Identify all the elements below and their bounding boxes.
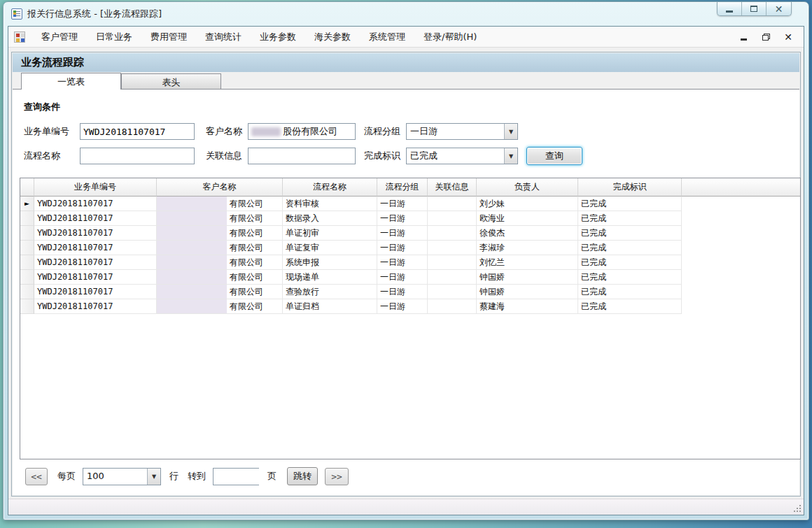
cell-owner: 刘忆兰 [477,255,578,270]
cell-order-no: YWDJ20181107017 [34,270,157,285]
table-row[interactable]: YWDJ20181107017 有限公司 现场递单 一日游 钟国娇 已完成 [20,270,800,285]
page-header: 业务流程跟踪 [13,53,799,72]
pagination-bar: << 每页 100 ▼ 行 转到 ▲ ▼ [20,467,790,488]
maximize-button[interactable] [742,2,766,15]
jump-button[interactable]: 跳转 [287,467,318,485]
cell-order-no: YWDJ20181107017 [34,299,157,314]
app-window: 报关行信息系统 - [业务流程跟踪] ✕ 客户管理 日常业务 费用管理 查询统计… [3,1,809,520]
page-number-box: ▲ ▼ [213,468,259,485]
col-header-process[interactable]: 流程名称 [283,178,377,197]
col-header-group[interactable]: 流程分组 [377,178,428,197]
cell-group: 一日游 [377,226,428,241]
cell-process: 单证初审 [283,226,377,241]
redacted-block [157,197,227,211]
row-selector[interactable] [20,299,34,314]
maximize-icon [750,6,757,12]
menu-item-customer[interactable]: 客户管理 [32,27,87,48]
menu-item-business-params[interactable]: 业务参数 [251,27,305,48]
cell-customer: 有限公司 [157,226,283,241]
cell-group: 一日游 [377,197,428,211]
cell-owner: 李淑珍 [477,241,578,255]
cell-status: 已完成 [578,270,682,285]
col-header-customer[interactable]: 客户名称 [157,178,283,197]
cell-owner: 蔡建海 [477,299,578,314]
customer-input[interactable]: 股份有限公司 [248,123,356,140]
mdi-close-icon: ✕ [784,32,792,42]
row-selector[interactable] [20,226,34,241]
table-row[interactable]: YWDJ20181107017 有限公司 系统申报 一日游 刘忆兰 已完成 [20,255,800,270]
group-value: 一日游 [407,124,504,139]
col-header-order-no[interactable]: 业务单编号 [34,178,157,197]
status-dropdown-button[interactable]: ▼ [504,148,517,164]
cell-customer: 有限公司 [157,197,283,211]
cell-process: 单证复审 [283,241,377,255]
resize-grip-icon[interactable] [793,504,802,513]
table-row[interactable]: YWDJ20181107017 有限公司 数据录入 一日游 欧海业 已完成 [20,211,800,226]
col-header-selector [20,178,34,197]
col-header-status[interactable]: 完成标识 [578,178,682,197]
first-page-button[interactable]: << [25,468,48,485]
table-row[interactable]: YWDJ20181107017 有限公司 单证初审 一日游 徐俊杰 已完成 [20,226,800,241]
table-row[interactable]: ► YWDJ20181107017 有限公司 资料审核 一日游 刘少妹 已完成 [20,197,800,211]
cell-process: 资料审核 [283,197,377,211]
process-input[interactable] [80,148,195,164]
row-selector[interactable] [20,255,34,270]
per-page-dropdown-button[interactable]: ▼ [147,469,160,485]
titlebar[interactable]: 报关行信息系统 - [业务流程跟踪] ✕ [4,2,808,25]
group-dropdown-button[interactable]: ▼ [504,124,517,139]
form-region: 业务流程跟踪 一览表 表头 查询条件 业务单编号 客户名称 股份有限公司 [11,52,801,497]
menu-item-query-stats[interactable]: 查询统计 [196,27,251,48]
group-combobox[interactable]: 一日游 ▼ [406,123,518,140]
status-combobox[interactable]: 已完成 ▼ [406,148,518,164]
row-selector[interactable] [20,285,34,299]
cell-customer: 有限公司 [157,211,283,226]
cell-related [428,255,477,270]
page-title: 业务流程跟踪 [13,56,84,69]
cell-process: 查验放行 [283,285,377,299]
next-page-button[interactable]: >> [325,468,349,485]
cell-order-no: YWDJ20181107017 [34,255,157,270]
close-button[interactable]: ✕ [766,2,791,15]
col-header-owner[interactable]: 负责人 [477,178,578,197]
row-selector[interactable] [20,270,34,285]
tabstrip: 一览表 表头 [13,72,799,90]
caption-buttons: ✕ [717,2,792,16]
row-selector[interactable] [20,241,34,255]
data-grid: 业务单编号 客户名称 流程名称 流程分组 关联信息 负责人 完成标识 ► YWD… [20,178,801,459]
menubar: 客户管理 日常业务 费用管理 查询统计 业务参数 海关参数 系统管理 登录/帮助… [8,27,804,48]
minimize-button[interactable] [718,2,742,15]
tab-page-content: 查询条件 业务单编号 客户名称 股份有限公司 流程分组 一日游 ▼ [13,89,799,495]
row-selector[interactable] [20,211,34,226]
cell-owner: 徐俊杰 [477,226,578,241]
row-selector[interactable]: ► [20,197,34,211]
mdi-minimize-button[interactable] [738,31,749,43]
search-button[interactable]: 查询 [526,147,582,165]
tab-header[interactable]: 表头 [121,73,221,90]
customer-value: 股份有限公司 [283,124,337,139]
menu-item-daily[interactable]: 日常业务 [87,27,141,48]
process-label: 流程名称 [24,148,60,164]
mdi-close-button[interactable]: ✕ [783,31,794,43]
related-input[interactable] [248,148,356,164]
menu-item-fees[interactable]: 费用管理 [141,27,196,48]
tab-overview[interactable]: 一览表 [21,73,121,90]
order-no-input[interactable] [80,123,195,140]
cell-group: 一日游 [377,285,428,299]
table-row[interactable]: YWDJ20181107017 有限公司 单证归档 一日游 蔡建海 已完成 [20,299,800,314]
cell-owner: 钟国娇 [477,270,578,285]
cell-status: 已完成 [578,211,682,226]
col-header-related[interactable]: 关联信息 [428,178,477,197]
table-row[interactable]: YWDJ20181107017 有限公司 查验放行 一日游 钟国娇 已完成 [20,285,800,299]
redacted-block [157,211,227,225]
mdi-restore-button[interactable] [760,31,771,43]
menu-item-login-help[interactable]: 登录/帮助(H) [414,27,486,48]
cell-order-no: YWDJ20181107017 [34,226,157,241]
cell-owner: 钟国娇 [477,285,578,299]
table-row[interactable]: YWDJ20181107017 有限公司 单证复审 一日游 李淑珍 已完成 [20,241,800,255]
cell-status: 已完成 [578,226,682,241]
per-page-select[interactable]: 100 ▼ [83,468,161,485]
cell-status: 已完成 [578,299,682,314]
close-icon: ✕ [775,4,783,14]
menu-item-customs-params[interactable]: 海关参数 [305,27,360,48]
menu-item-system[interactable]: 系统管理 [360,27,414,48]
